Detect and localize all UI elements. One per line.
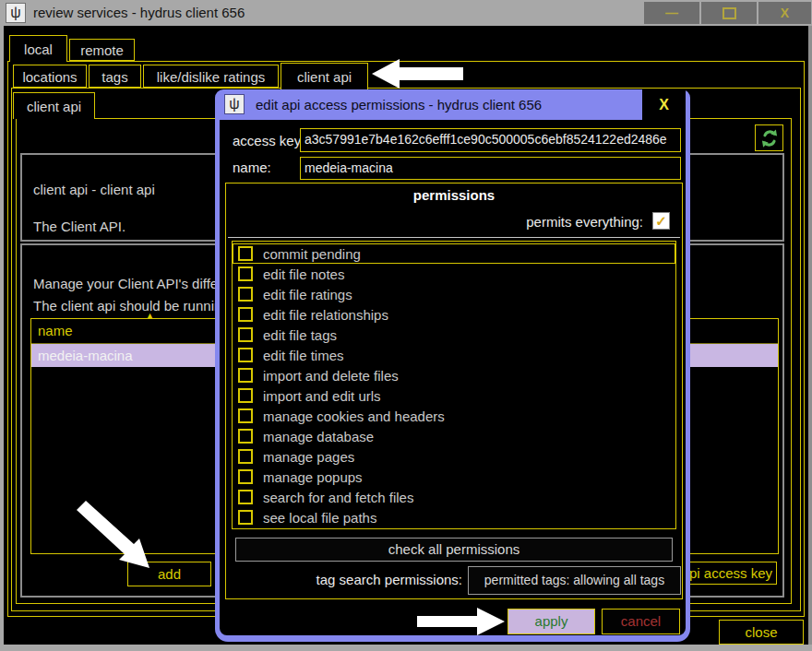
checkbox-icon[interactable] xyxy=(238,408,253,423)
permission-label: manage cookies and headers xyxy=(263,408,445,424)
add-button[interactable]: add xyxy=(127,562,211,586)
window-border-bottom xyxy=(0,645,812,651)
permission-label: import and edit urls xyxy=(263,388,381,404)
permissions-group-title: permissions xyxy=(226,187,682,203)
cancel-button[interactable]: cancel xyxy=(602,609,680,634)
permission-row[interactable]: edit file relationships xyxy=(233,304,675,325)
permission-label: edit file relationships xyxy=(263,307,388,323)
permission-label: manage pages xyxy=(263,449,354,465)
close-button[interactable]: close xyxy=(719,620,804,645)
checked-icon: ✓ xyxy=(655,213,667,229)
permits-everything-checkbox[interactable]: ✓ xyxy=(652,212,670,230)
access-key-label: access key: xyxy=(233,133,304,148)
checkbox-icon[interactable] xyxy=(238,510,253,525)
refresh-icon xyxy=(759,128,780,148)
tab-locations[interactable]: locations xyxy=(13,65,87,88)
manage-text-line1: Manage your Client API's differ xyxy=(33,276,222,291)
tab-remote[interactable]: remote xyxy=(69,39,135,61)
window-border-right xyxy=(808,26,812,645)
checkbox-icon[interactable] xyxy=(238,348,253,362)
manage-text-line2: The client api should be runnin xyxy=(33,298,221,314)
permission-row[interactable]: manage database xyxy=(233,426,675,446)
checkbox-icon[interactable] xyxy=(238,327,253,342)
permission-row[interactable]: see local file paths xyxy=(233,507,675,527)
dialog-body: access key: a3c57991e7b4e162c6efff1ce90c… xyxy=(220,120,686,635)
tag-search-permissions-button[interactable]: permitted tags: allowing all tags xyxy=(468,566,681,595)
close-icon: X xyxy=(781,6,789,20)
checkbox-icon[interactable] xyxy=(238,266,253,281)
permission-label: search for and fetch files xyxy=(263,490,413,505)
service-info-description: The Client API. xyxy=(33,219,125,234)
dialog-close-icon: X xyxy=(659,97,669,112)
access-key-input[interactable]: a3c57991e7b4e162c6efff1ce90c500005c6ebf8… xyxy=(300,128,681,152)
permission-row[interactable]: manage popups xyxy=(233,467,675,487)
review-services-window: ψ review services - hydrus client 656 — … xyxy=(0,0,812,651)
name-label: name: xyxy=(233,160,271,175)
permission-row[interactable]: edit file tags xyxy=(233,325,675,345)
permission-row[interactable]: edit file times xyxy=(233,345,675,365)
permission-row[interactable]: import and edit urls xyxy=(233,385,675,406)
close-window-button[interactable]: X xyxy=(758,2,811,24)
permission-row[interactable]: search for and fetch files xyxy=(233,487,675,507)
permission-label: commit pending xyxy=(263,246,361,262)
checkbox-icon[interactable] xyxy=(238,287,253,302)
tab-client-api[interactable]: client api xyxy=(281,63,368,89)
permission-label: manage database xyxy=(263,429,374,444)
checkbox-icon[interactable] xyxy=(238,449,253,464)
permission-row[interactable]: edit file ratings xyxy=(233,284,675,304)
refresh-button[interactable] xyxy=(755,124,783,151)
hydrus-app-icon: ψ xyxy=(6,3,26,23)
permissions-groupbox: permissions permits everything: ✓ commit… xyxy=(225,183,683,599)
checkbox-icon[interactable] xyxy=(238,469,253,484)
tab-tags[interactable]: tags xyxy=(89,65,141,88)
sort-ascending-icon: ▲ xyxy=(146,311,154,320)
checkbox-icon[interactable] xyxy=(238,368,253,383)
maximize-button[interactable] xyxy=(701,2,757,24)
permission-label: edit file ratings xyxy=(263,287,352,302)
checkbox-icon[interactable] xyxy=(238,246,253,261)
permission-row[interactable]: manage pages xyxy=(233,446,675,467)
maximize-icon xyxy=(722,7,736,19)
permission-row[interactable]: commit pending xyxy=(233,243,675,264)
permissions-divider xyxy=(228,237,680,238)
dialog-hydrus-icon: ψ xyxy=(224,94,245,114)
permission-row[interactable]: manage cookies and headers xyxy=(233,406,675,426)
minimize-button[interactable]: — xyxy=(644,2,699,24)
permission-label: see local file paths xyxy=(263,510,376,526)
tab-like-dislike-ratings[interactable]: like/dislike ratings xyxy=(143,65,279,88)
tab-local[interactable]: local xyxy=(9,35,67,62)
permission-label: manage popups xyxy=(263,469,363,485)
permission-row[interactable]: import and delete files xyxy=(233,365,675,385)
window-title: review services - hydrus client 656 xyxy=(33,5,245,20)
tag-search-permissions-label: tag search permissions: xyxy=(226,572,462,587)
checkbox-icon[interactable] xyxy=(238,388,253,403)
minimize-icon: — xyxy=(665,6,678,20)
tab-client-api-service[interactable]: client api xyxy=(13,92,95,119)
window-border-left xyxy=(0,26,4,645)
name-input[interactable]: medeia-macina xyxy=(300,157,681,180)
permission-label: import and delete files xyxy=(263,368,399,384)
permission-label: edit file notes xyxy=(263,266,344,282)
permission-row[interactable]: edit file notes xyxy=(233,264,675,284)
window-titlebar: ψ review services - hydrus client 656 — … xyxy=(0,0,812,26)
permits-everything-label: permits everything: xyxy=(526,214,643,230)
copy-api-access-key-button[interactable]: pi access key xyxy=(685,562,777,585)
permission-label: edit file times xyxy=(263,348,344,363)
dialog-close-button[interactable]: X xyxy=(642,89,686,120)
checkbox-icon[interactable] xyxy=(238,490,253,504)
checkbox-icon[interactable] xyxy=(238,307,253,322)
checkbox-icon[interactable] xyxy=(238,429,253,444)
permission-label: edit file tags xyxy=(263,327,337,343)
permissions-list: commit pending edit file notes edit file… xyxy=(232,241,676,529)
service-info-title: client api - client api xyxy=(33,182,155,197)
dialog-edit-api-permissions: ψ edit api access permissions - hydrus c… xyxy=(215,89,690,642)
check-all-permissions-button[interactable]: check all permissions xyxy=(235,538,673,562)
apply-button[interactable]: apply xyxy=(508,609,595,634)
dialog-title: edit api access permissions - hydrus cli… xyxy=(256,97,542,112)
